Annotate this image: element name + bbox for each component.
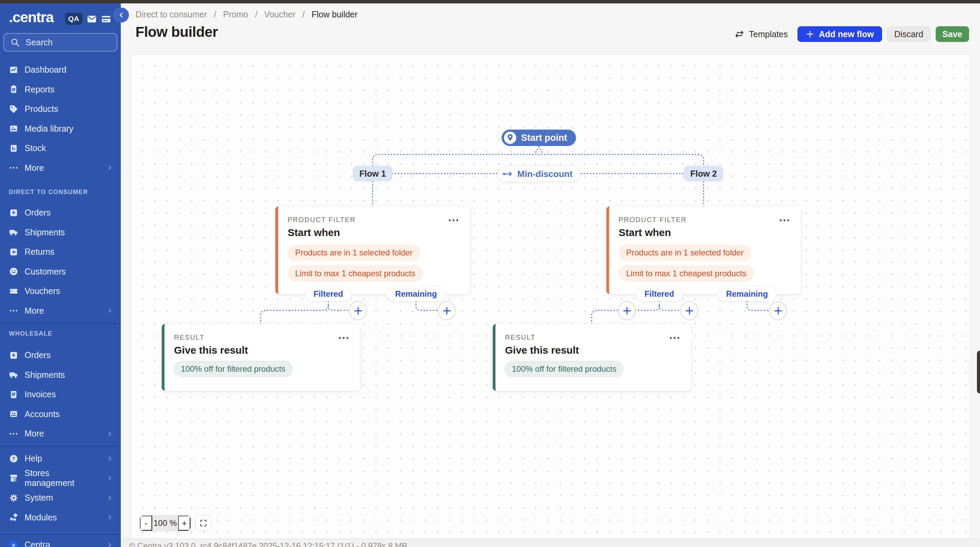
sidebar-item-more-ws[interactable]: More — [0, 424, 121, 444]
sidebar-wholesale-nav: Orders Shipments Invoices Accounts More — [0, 346, 121, 444]
header-actions: Templates Add new flow Discard Save — [730, 26, 969, 42]
sidebar-item-ws-accounts[interactable]: Accounts — [0, 404, 121, 424]
credit-card-icon[interactable] — [101, 14, 111, 24]
sidebar-item-ws-shipments[interactable]: Shipments — [0, 365, 121, 385]
breadcrumb-direct-to-consumer[interactable]: Direct to consumer — [135, 10, 207, 19]
breadcrumb-promo[interactable]: Promo — [223, 10, 248, 19]
centra-logo: .centra — [9, 9, 54, 25]
output-remaining[interactable]: Remaining — [387, 287, 445, 301]
chevron-right-icon — [107, 164, 113, 171]
condition-pill[interactable]: Limit to max 1 cheapest products — [288, 265, 423, 282]
min-discount-connector[interactable]: Min-discount — [498, 166, 579, 181]
fit-to-screen-button[interactable] — [196, 515, 211, 531]
status-bar: © Centra v3.103.0_rc4.9c84f1487e 2025-12… — [121, 539, 980, 547]
version-info: © Centra v3.103.0_rc4.9c84f1487e 2025-12… — [129, 541, 980, 547]
sidebar-item-dashboard[interactable]: Dashboard — [0, 60, 121, 80]
system-icon — [9, 493, 18, 503]
product-filter-card-1[interactable]: PRODUCT FILTER Start when Products are i… — [275, 206, 470, 294]
add-node-button[interactable] — [618, 301, 636, 320]
sidebar-item-system[interactable]: System — [0, 488, 121, 508]
sidebar-item-more-dtc[interactable]: More — [0, 301, 121, 321]
reports-icon — [9, 84, 18, 94]
add-new-flow-button[interactable]: Add new flow — [797, 26, 882, 42]
search-icon — [10, 38, 20, 47]
sidebar-item-centra[interactable]: c Centra — [0, 535, 121, 547]
result-effect-pill[interactable]: 100% off for filtered products — [504, 361, 624, 377]
discard-button[interactable]: Discard — [887, 26, 931, 42]
sidebar-dtc-nav: Orders Shipments Returns Customers Vouch… — [0, 203, 121, 320]
condition-list: Products are in 1 selected folder Limit … — [619, 244, 754, 282]
sidebar-main-nav: Dashboard Reports Products Media library… — [0, 60, 121, 178]
flow-2-node[interactable]: Flow 2 — [684, 166, 724, 181]
breadcrumb-voucher[interactable]: Voucher — [264, 10, 296, 19]
dashboard-icon — [9, 65, 18, 75]
add-node-button[interactable] — [769, 301, 787, 320]
side-drawer-handle[interactable] — [977, 350, 980, 393]
result-card-1[interactable]: RESULT Give this result 100% off for fil… — [162, 324, 360, 391]
stock-icon — [9, 144, 18, 153]
sidebar-item-ws-orders[interactable]: Orders — [0, 346, 121, 365]
chevron-right-icon — [107, 307, 113, 314]
card-title: Start when — [288, 227, 340, 238]
start-point-node[interactable]: Start point — [501, 130, 576, 146]
sidebar-item-stock[interactable]: Stock — [0, 138, 121, 158]
more-icon — [9, 429, 18, 439]
sidebar-centra-nav: c Centra — [0, 535, 121, 547]
zoom-level: 100 % — [152, 515, 178, 531]
save-button[interactable]: Save — [935, 26, 969, 42]
sidebar-item-dtc-vouchers[interactable]: Vouchers — [0, 281, 121, 301]
card-menu-dots-icon[interactable] — [336, 334, 352, 342]
sidebar-item-ws-invoices[interactable]: Invoices — [0, 385, 121, 404]
card-menu-dots-icon[interactable] — [777, 217, 793, 224]
add-node-button[interactable] — [680, 301, 698, 320]
condition-pill[interactable]: Limit to max 1 cheapest products — [619, 265, 754, 282]
add-node-button[interactable] — [438, 301, 455, 320]
section-header-wholesale: WHOLESALE — [9, 330, 52, 337]
search-input[interactable]: Search — [3, 33, 118, 51]
result-effect-pill[interactable]: 100% off for filtered products — [173, 361, 293, 377]
sidebar-item-media-library[interactable]: Media library — [0, 119, 121, 139]
invoices-icon — [9, 390, 18, 400]
sidebar-item-products[interactable]: Products — [0, 99, 121, 119]
condition-pill[interactable]: Products are in 1 selected folder — [619, 244, 751, 261]
sidebar-item-dtc-shipments[interactable]: Shipments — [0, 223, 121, 243]
output-filtered[interactable]: Filtered — [636, 287, 682, 301]
templates-button[interactable]: Templates — [730, 26, 793, 42]
zoom-out-button[interactable]: - — [140, 515, 152, 531]
result-card-2[interactable]: RESULT Give this result 100% off for fil… — [493, 324, 691, 391]
card-menu-dots-icon[interactable] — [667, 334, 683, 342]
chevron-right-icon — [107, 475, 113, 482]
sidebar-divider — [0, 323, 121, 324]
breadcrumb-separator: / — [255, 10, 257, 19]
link-arrow-icon — [502, 170, 513, 178]
card-kind-label: RESULT — [174, 333, 204, 341]
output-remaining[interactable]: Remaining — [718, 287, 776, 301]
customers-icon — [9, 267, 18, 276]
sidebar-bottom-nav: ? Help Stores management System Modules — [0, 449, 121, 527]
sidebar-item-dtc-orders[interactable]: Orders — [0, 203, 121, 223]
sidebar-collapse-button[interactable] — [114, 8, 129, 22]
card-kind-label: RESULT — [505, 333, 535, 341]
output-filtered[interactable]: Filtered — [305, 287, 352, 301]
environment-badge: QA — [65, 13, 83, 25]
flow-1-node[interactable]: Flow 1 — [353, 166, 392, 181]
breadcrumb-separator: / — [302, 10, 305, 19]
add-node-button[interactable] — [349, 301, 367, 320]
sidebar-item-modules[interactable]: Modules — [0, 508, 121, 528]
zoom-in-button[interactable]: + — [178, 515, 190, 531]
sidebar-item-stores-management[interactable]: Stores management — [0, 469, 121, 488]
plus-icon — [806, 30, 815, 38]
sidebar-item-help[interactable]: ? Help — [0, 449, 121, 469]
card-menu-dots-icon[interactable] — [446, 217, 462, 224]
sidebar-item-more-main[interactable]: More — [0, 158, 121, 178]
condition-pill[interactable]: Products are in 1 selected folder — [288, 244, 420, 261]
sidebar-item-dtc-returns[interactable]: Returns — [0, 242, 121, 262]
more-icon — [9, 306, 18, 316]
sidebar-item-reports[interactable]: Reports — [0, 80, 121, 100]
mail-icon[interactable] — [87, 14, 97, 24]
sidebar-item-dtc-customers[interactable]: Customers — [0, 262, 121, 282]
product-filter-card-2[interactable]: PRODUCT FILTER Start when Products are i… — [606, 206, 801, 294]
flow-canvas[interactable]: Start point Flow 1 Flow 2 Min-discount P… — [131, 54, 970, 539]
section-header-direct-to-consumer: DIRECT TO CONSUMER — [9, 189, 88, 196]
condition-list: Products are in 1 selected folder Limit … — [288, 244, 423, 282]
